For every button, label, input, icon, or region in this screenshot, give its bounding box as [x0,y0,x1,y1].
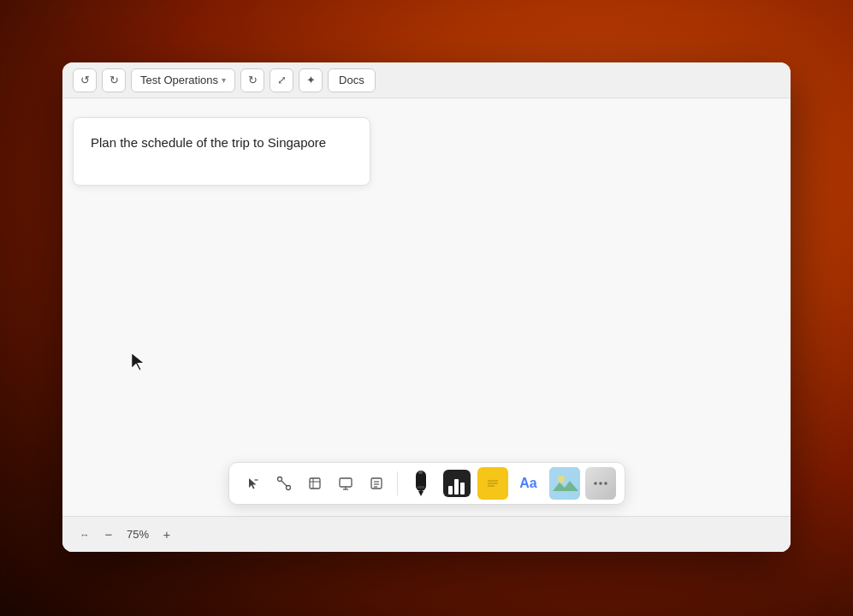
svg-point-21 [594,482,597,485]
svg-point-23 [604,482,607,485]
svg-rect-2 [310,478,320,489]
svg-rect-14 [418,486,424,489]
undo-icon: ↺ [80,74,90,86]
expand-icon: ⤢ [277,74,287,86]
redo-icon: ↻ [110,74,119,86]
image-tool-button[interactable] [549,468,580,499]
status-bar: ↔ − 75% + [62,516,791,552]
present-tool-button[interactable] [331,469,360,498]
svg-point-22 [599,482,602,485]
toolbar: ↺ ↻ Test Operations ▾ ↻ ⤢ ✦ Docs [62,62,791,98]
svg-point-20 [558,476,565,483]
svg-rect-19 [549,467,580,500]
svg-point-0 [277,477,281,482]
canvas-area[interactable]: Plan the schedule of the trip to Singapo… [62,98,791,552]
title-label: Test Operations [140,74,218,86]
refresh-icon: ↻ [248,74,258,86]
image-tool-icon [549,467,580,500]
sticky-card[interactable]: Plan the schedule of the trip to Singapo… [73,117,370,186]
chart-bar-1 [448,486,453,495]
frame-tool-button[interactable] [300,469,329,498]
text-tool-button[interactable]: Aa [513,468,544,499]
refresh-button[interactable]: ↻ [240,68,264,92]
select-tool-button[interactable] [239,469,268,498]
expand-button[interactable]: ⤢ [270,68,293,92]
text-tool-icon: Aa [519,476,536,491]
mouse-cursor [129,351,150,375]
note-tool-button[interactable] [362,469,391,498]
docs-label: Docs [339,74,364,86]
svg-point-1 [286,486,290,490]
undo-button[interactable]: ↺ [73,68,97,92]
settings-icon: ✦ [306,74,316,86]
zoom-in-button[interactable]: + [158,526,175,543]
chart-bar-3 [460,483,465,495]
yellow-sticky-icon [477,467,508,500]
zoom-level-label: 75% [124,528,151,541]
redo-button[interactable]: ↻ [102,68,126,92]
bottom-toolbar: Aa [228,462,625,505]
more-tools-icon [585,467,616,500]
settings-button[interactable]: ✦ [299,68,323,92]
title-dropdown-button[interactable]: Test Operations ▾ [131,68,235,92]
svg-rect-5 [340,478,352,487]
more-tool-button[interactable] [585,468,616,499]
chart-bar-2 [454,479,459,495]
app-window: ↺ ↻ Test Operations ▾ ↻ ⤢ ✦ Docs Plan th… [62,62,791,552]
zoom-out-button[interactable]: − [100,526,117,543]
pen-tool-button[interactable] [406,468,436,499]
fit-to-screen-button[interactable]: ↔ [76,526,93,543]
svg-rect-13 [418,471,423,474]
chart-tool-button[interactable] [441,468,472,499]
chevron-down-icon: ▾ [222,75,226,85]
toolbar-separator [397,471,398,495]
chart-icon [443,470,471,497]
sticky-card-text: Plan the schedule of the trip to Singapo… [91,135,326,150]
docs-button[interactable]: Docs [328,68,376,92]
connect-tool-button[interactable] [270,469,299,498]
sticky-note-tool-button[interactable] [477,468,508,499]
